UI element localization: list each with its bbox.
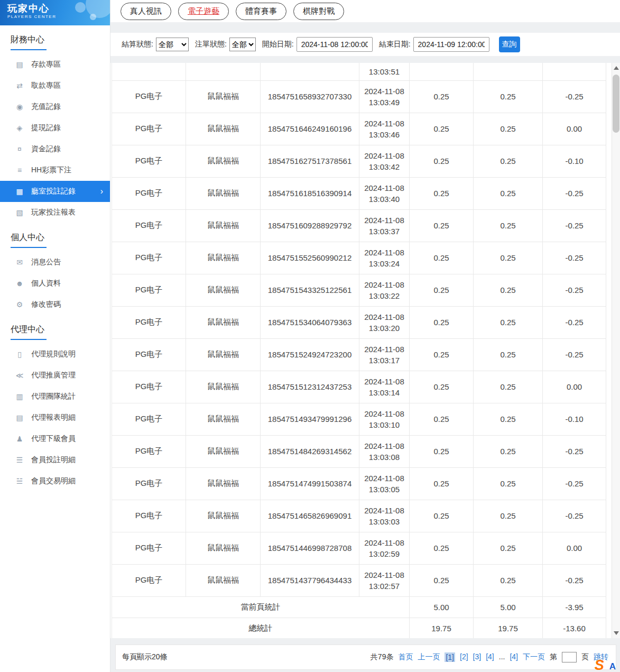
sidebar-item[interactable]: ✉消息公告 (0, 252, 110, 273)
sidebar-item[interactable]: ▤代理報表明細 (0, 407, 110, 428)
sidebar-item[interactable]: ☱會員交易明細 (0, 471, 110, 492)
game-cell (186, 63, 261, 80)
sidebar-item-label: 充值記錄 (31, 102, 61, 112)
settle-status-select[interactable]: 全部 (156, 38, 189, 51)
time-cell: 2024-11-0813:03:03 (359, 500, 410, 532)
page-number-link[interactable]: [4] (486, 652, 494, 662)
sidebar-section-title: 財務中心 (0, 25, 110, 54)
order-number-cell: 1854751646249160196 (261, 113, 359, 145)
game-cell: 鼠鼠福福 (186, 177, 261, 209)
game-cell: 鼠鼠福福 (186, 532, 261, 564)
table-row: PG电子鼠鼠福福18547514749915038742024-11-0813:… (112, 467, 606, 500)
bet-time: 13:02:57 (359, 581, 409, 592)
doc-icon: ▯ (14, 350, 25, 358)
game-cell: 鼠鼠福福 (186, 113, 261, 145)
sidebar-item[interactable]: ◈提現記錄 (0, 117, 110, 139)
ime-mode-icon[interactable]: A (609, 661, 616, 672)
bet-amount-cell: 0.25 (410, 80, 474, 113)
bet-date: 2024-11-08 (359, 279, 409, 290)
table-row: PG电子鼠鼠福福18547516275173785612024-11-0813:… (112, 145, 606, 177)
order-number-cell: 1854751484269314562 (261, 435, 359, 467)
sidebar-item-label: 消息公告 (31, 257, 61, 267)
search-button[interactable]: 查詢 (499, 36, 520, 52)
vendor-cell: PG电子 (112, 242, 186, 274)
category-tab[interactable]: 體育賽事 (236, 3, 286, 20)
app-subtitle: PLAYERS CENTER (7, 14, 110, 19)
game-cell: 鼠鼠福福 (186, 145, 261, 177)
jump-suffix-text: 页 (581, 652, 589, 662)
bet-amount-cell: 0.25 (410, 338, 474, 371)
bet-amount-cell: 0.25 (410, 145, 474, 177)
valid-bet-cell (474, 63, 543, 80)
member-bet-detail-icon: ☰ (14, 456, 25, 464)
bet-date: 2024-11-08 (359, 408, 409, 419)
vendor-cell: PG电子 (112, 209, 186, 242)
current-page-link[interactable]: [1] (445, 652, 455, 662)
sidebar-section-title: 個人中心 (0, 223, 110, 252)
sidebar-item[interactable]: ▯代理規則說明 (0, 344, 110, 365)
profit-cell: -0.25 (543, 80, 606, 113)
vertical-scrollbar[interactable] (612, 63, 620, 638)
time-cell: 2024-11-0813:03:40 (359, 177, 410, 209)
total-summary-row: 總統計 19.75 19.75 -13.60 (112, 618, 606, 638)
sidebar-item[interactable]: ☰會員投註明細 (0, 449, 110, 471)
table-row-partial: 13:03:51 (112, 63, 606, 80)
table-row: PG电子鼠鼠福福18547516185163909142024-11-0813:… (112, 177, 606, 209)
game-cell: 鼠鼠福福 (186, 338, 261, 371)
vendor-cell: PG电子 (112, 274, 186, 306)
bet-amount-cell: 0.25 (410, 242, 474, 274)
category-tab[interactable]: 真人視訊 (121, 3, 171, 20)
total-summary-valid: 19.75 (474, 618, 543, 638)
table-row: PG电子鼠鼠福福18547514842693145622024-11-0813:… (112, 435, 606, 467)
bet-date: 2024-11-08 (359, 569, 409, 581)
profit-cell: -0.25 (543, 274, 606, 306)
sidebar-item[interactable]: ≡HH彩票下注 (0, 160, 110, 181)
bet-time: 13:03:20 (359, 323, 409, 334)
sidebar-item[interactable]: ☻個人資料 (0, 273, 110, 294)
sidebar-item[interactable]: ≪代理推廣管理 (0, 365, 110, 386)
bet-time: 13:03:49 (359, 97, 409, 108)
table-row: PG电子鼠鼠福福18547514469987287082024-11-0813:… (112, 532, 606, 564)
valid-bet-cell: 0.25 (474, 467, 543, 500)
scrollbar-thumb[interactable] (613, 75, 619, 133)
sidebar-item-label: 代理報表明細 (31, 413, 76, 422)
table-row: PG电子鼠鼠福福18547515340640793632024-11-0813:… (112, 306, 606, 338)
end-date-input[interactable] (413, 37, 489, 52)
profit-cell: -0.25 (543, 209, 606, 242)
sidebar-item[interactable]: ⚙修改密碼 (0, 294, 110, 315)
sidebar-item[interactable]: ▤存款專區 (0, 54, 110, 75)
bet-time: 13:03:14 (359, 387, 409, 398)
game-cell: 鼠鼠福福 (186, 564, 261, 596)
sidebar-item[interactable]: ⇄取款專區 (0, 75, 110, 96)
page-number-link[interactable]: [3] (473, 652, 482, 662)
sogou-ime-icon[interactable]: S (595, 658, 604, 672)
page-summary-profit: -3.95 (543, 596, 606, 618)
first-page-link[interactable]: 首页 (398, 652, 413, 662)
time-cell: 2024-11-0813:03:22 (359, 274, 410, 306)
sidebar-item[interactable]: ◉充值記錄 (0, 96, 110, 117)
scroll-up-arrow-icon[interactable] (614, 66, 619, 70)
sidebar-item-label: 取款專區 (31, 81, 61, 90)
bet-time: 13:03:08 (359, 452, 409, 463)
order-status-select[interactable]: 全部 (229, 38, 256, 51)
sidebar-item[interactable]: ¤資金記錄 (0, 139, 110, 160)
bet-date: 2024-11-08 (359, 215, 409, 226)
sidebar-item[interactable]: ▥代理團隊統計 (0, 386, 110, 407)
page-number-link[interactable]: [2] (460, 652, 468, 662)
category-tab[interactable]: 電子遊藝 (178, 3, 229, 20)
sidebar-item[interactable]: ▧玩家投注報表 (0, 202, 110, 223)
jump-page-input[interactable] (562, 652, 577, 662)
scroll-down-arrow-icon[interactable] (614, 631, 619, 635)
next-page-link[interactable]: 下一页 (523, 652, 545, 662)
table-row: PG电子鼠鼠福福18547516092889297922024-11-0813:… (112, 209, 606, 242)
valid-bet-cell: 0.25 (474, 113, 543, 145)
page-number-link[interactable]: [4] (510, 652, 518, 662)
bell-icon: ✉ (14, 258, 25, 266)
start-date-input[interactable] (297, 37, 373, 52)
vendor-cell: PG电子 (112, 564, 186, 596)
category-tab[interactable]: 棋牌對戰 (293, 3, 344, 20)
prev-page-link[interactable]: 上一页 (418, 652, 440, 662)
sidebar-item[interactable]: ♟代理下級會員 (0, 428, 110, 449)
sidebar-item[interactable]: ▦廳室投註記錄› (0, 181, 110, 202)
page-summary-row: 當前頁統計 5.00 5.00 -3.95 (112, 596, 606, 618)
